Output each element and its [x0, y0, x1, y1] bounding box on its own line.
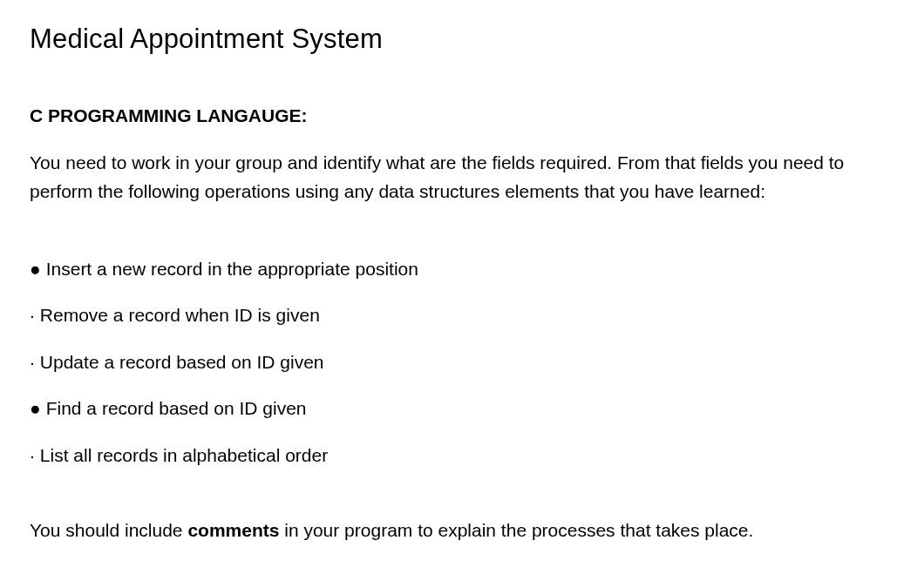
list-item: ●Insert a new record in the appropriate …: [30, 256, 894, 281]
bullet-icon: ●: [30, 256, 41, 281]
list-item-text: Find a record based on ID given: [46, 398, 307, 418]
bullet-icon: ·: [30, 302, 35, 328]
closing-suffix: in your program to explain the processes…: [279, 520, 753, 540]
closing-paragraph: You should include comments in your prog…: [30, 517, 894, 544]
section-heading: C PROGRAMMING LANGAUGE:: [30, 105, 894, 126]
list-item: ●Find a record based on ID given: [30, 395, 894, 421]
list-item: ·List all records in alphabetical order: [30, 443, 894, 468]
list-item-text: Remove a record when ID is given: [40, 305, 320, 325]
closing-prefix: You should include: [30, 520, 187, 540]
bullet-icon: ●: [30, 395, 41, 421]
list-item-text: Insert a new record in the appropriate p…: [46, 259, 418, 279]
bullet-icon: ·: [30, 443, 35, 468]
intro-paragraph: You need to work in your group and ident…: [30, 149, 894, 206]
list-item: ·Update a record based on ID given: [30, 349, 894, 375]
list-item-text: List all records in alphabetical order: [40, 445, 328, 465]
list-item: ·Remove a record when ID is given: [30, 302, 894, 328]
document-title: Medical Appointment System: [30, 24, 894, 55]
list-item-text: Update a record based on ID given: [40, 352, 324, 372]
closing-bold: comments: [187, 520, 279, 540]
bullet-icon: ·: [30, 349, 35, 375]
operations-list: ●Insert a new record in the appropriate …: [30, 256, 894, 468]
